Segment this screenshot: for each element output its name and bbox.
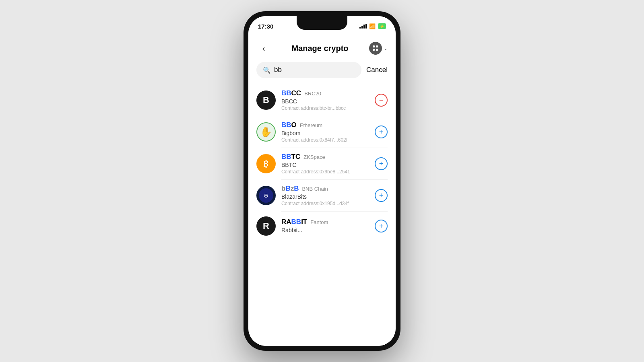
signal-icon [359,24,367,29]
crypto-name: BBCC [281,89,301,97]
add-button[interactable]: + [375,157,388,170]
crypto-info: BBO Ethereum Bigbom Contract address:0x8… [281,121,369,143]
grid-dots-icon [373,45,378,51]
notch [297,16,347,30]
btc-icon: ₿ [264,158,268,169]
status-bar: 17:30 📶 ⚡ [248,16,396,36]
crypto-subtitle: BBTC [281,162,369,168]
crypto-name: bBzB [281,185,299,193]
battery-icon: ⚡ [378,23,386,29]
plus-icon: + [379,128,384,136]
crypto-contract: Contract address:0x9be8...2541 [281,169,369,175]
list-item: ₿ BBTC ZKSpace BBTC Contract address:0x9… [248,148,396,179]
blazarbits-icon: ⊝ [259,188,273,203]
avatar: ⊝ [256,186,276,205]
screen-content: ‹ Manage crypto ⌄ [248,36,396,346]
crypto-name: BBTC [281,153,300,161]
phone-device: 17:30 📶 ⚡ [244,11,400,351]
crypto-name-row: BBCC BRC20 [281,89,369,97]
crypto-subtitle: BBCC [281,98,369,105]
list-item: R RABBIT Fantom Rabbit... + [248,212,396,238]
crypto-contract: Contract address:0x84f7...602f [281,137,369,143]
crypto-network: BRC20 [304,90,321,97]
hand-icon: ✋ [260,126,272,138]
wifi-icon: 📶 [369,23,376,29]
chevron-down-icon: ⌄ [384,45,388,51]
add-button[interactable]: + [375,125,388,138]
crypto-name-row: RABBIT Fantom [281,218,369,226]
crypto-name-row: bBzB BNB Chain [281,185,369,193]
crypto-contract: Contract address:0x195d...d34f [281,201,369,206]
crypto-subtitle: Bigbom [281,130,369,136]
crypto-info: BBCC BRC20 BBCC Contract address:btc-br.… [281,89,369,111]
status-icons: 📶 ⚡ [359,23,386,29]
view-toggle-button[interactable]: ⌄ [369,42,388,55]
crypto-name-row: BBTC ZKSpace [281,153,369,161]
crypto-subtitle: Rabbit... [281,227,369,233]
search-icon: 🔍 [263,66,271,74]
crypto-list: B BBCC BRC20 BBCC Contract address:btc-b… [248,81,396,346]
avatar: ₿ [256,154,276,173]
back-chevron-icon: ‹ [262,44,265,53]
crypto-subtitle: BlazarBits [281,193,369,200]
search-bar[interactable]: 🔍 bb [256,62,361,78]
crypto-contract: Contract address:btc-br...bbcc [281,105,369,111]
crypto-name: BBO [281,121,297,129]
list-item: ✋ BBO Ethereum Bigbom Contract address:0… [248,116,396,148]
avatar: B [256,90,276,110]
back-button[interactable]: ‹ [256,41,271,56]
crypto-info: RABBIT Fantom Rabbit... [281,218,369,234]
crypto-info: bBzB BNB Chain BlazarBits Contract addre… [281,185,369,206]
search-input[interactable]: bb [274,66,282,74]
page-title: Manage crypto [271,44,369,53]
crypto-name-row: BBO Ethereum [281,121,369,129]
search-row: 🔍 bb Cancel [248,59,396,81]
crypto-network: Ethereum [300,122,322,128]
crypto-name: RABBIT [281,218,307,226]
list-item: ⊝ bBzB BNB Chain BlazarBits Contract add… [248,180,396,211]
crypto-network: ZKSpace [303,154,325,160]
crypto-info: BBTC ZKSpace BBTC Contract address:0x9be… [281,153,369,175]
plus-icon: + [379,222,384,230]
grid-icon [369,42,382,55]
page-header: ‹ Manage crypto ⌄ [248,36,396,59]
phone-screen: 17:30 📶 ⚡ [248,16,396,346]
plus-icon: + [379,192,384,199]
avatar: ✋ [256,122,276,142]
crypto-network: BNB Chain [302,186,328,192]
add-button[interactable]: + [375,220,388,232]
avatar: R [256,216,276,236]
minus-icon: − [379,97,384,104]
plus-icon: + [379,160,384,167]
list-item: B BBCC BRC20 BBCC Contract address:btc-b… [248,84,396,116]
remove-button[interactable]: − [375,94,388,107]
crypto-network: Fantom [310,219,328,225]
add-button[interactable]: + [375,189,388,202]
status-time: 17:30 [258,23,273,30]
cancel-button[interactable]: Cancel [366,66,388,74]
